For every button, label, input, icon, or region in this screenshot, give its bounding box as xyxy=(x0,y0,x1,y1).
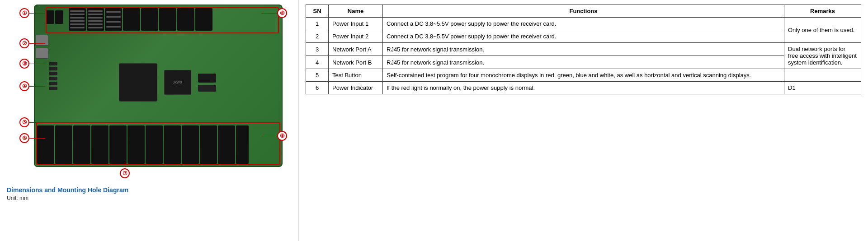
header-remarks: Remarks xyxy=(784,5,861,18)
header-functions: Functions xyxy=(383,5,784,18)
label-8-top: ⑧ xyxy=(261,8,287,18)
cell-name: Power Indicator xyxy=(329,82,383,94)
board-diagram: JXWS xyxy=(7,5,287,181)
label-1: ① xyxy=(19,8,45,18)
table-row: 4Network Port BRJ45 for network signal t… xyxy=(306,56,861,69)
cell-remarks: Only one of them is used. xyxy=(784,18,861,43)
cell-remarks xyxy=(784,69,861,82)
cell-remarks: D1 xyxy=(784,82,861,94)
cell-sn: 4 xyxy=(306,56,329,69)
table-row: 1Power Input 1Connect a DC 3.8~5.5V powe… xyxy=(306,18,861,30)
cell-functions: RJ45 for network signal transmission. xyxy=(383,43,784,56)
label-4: ④ xyxy=(19,81,45,91)
right-panel: SN Name Functions Remarks 1Power Input 1… xyxy=(298,0,868,241)
cell-sn: 1 xyxy=(306,18,329,30)
label-5: ⑤ xyxy=(19,117,45,127)
label-6: ⑥ xyxy=(19,133,45,143)
specifications-table: SN Name Functions Remarks 1Power Input 1… xyxy=(306,5,861,94)
header-name: Name xyxy=(329,5,383,18)
cell-functions: If the red light is normally on, the pow… xyxy=(383,82,784,94)
dimensions-unit: Unit: mm xyxy=(7,195,292,201)
label-2: ② xyxy=(19,38,45,48)
table-row: 5Test ButtonSelf-contained test program … xyxy=(306,69,861,82)
dimensions-section: Dimensions and Mounting Hole Diagram Uni… xyxy=(7,186,292,201)
cell-sn: 3 xyxy=(306,43,329,56)
cell-functions: RJ45 for network signal transmission. xyxy=(383,56,784,69)
table-row: 2Power Input 2Connect a DC 3.8~5.5V powe… xyxy=(306,30,861,43)
cell-functions: Self-contained test program for four mon… xyxy=(383,69,784,82)
table-header-row: SN Name Functions Remarks xyxy=(306,5,861,18)
cell-name: Test Button xyxy=(329,69,383,82)
cell-name: Network Port A xyxy=(329,43,383,56)
cell-name: Power Input 1 xyxy=(329,18,383,30)
label-8-bottom: ⑧ xyxy=(261,131,287,141)
cell-functions: Connect a DC 3.8~5.5V power supply to po… xyxy=(383,30,784,43)
label-3: ③ xyxy=(19,59,45,69)
left-panel: JXWS xyxy=(0,0,298,241)
header-sn: SN xyxy=(306,5,329,18)
cell-sn: 2 xyxy=(306,30,329,43)
cell-name: Network Port B xyxy=(329,56,383,69)
table-row: 6Power IndicatorIf the red light is norm… xyxy=(306,82,861,94)
cell-remarks: Dual network ports for free access with … xyxy=(784,43,861,69)
dimensions-title: Dimensions and Mounting Hole Diagram xyxy=(7,186,292,194)
table-row: 3Network Port ARJ45 for network signal t… xyxy=(306,43,861,56)
cell-sn: 5 xyxy=(306,69,329,82)
cell-sn: 6 xyxy=(306,82,329,94)
cell-name: Power Input 2 xyxy=(329,30,383,43)
label-7: ⑦ xyxy=(120,162,130,178)
cell-functions: Connect a DC 3.8~5.5V power supply to po… xyxy=(383,18,784,30)
pcb-board: JXWS xyxy=(34,5,283,167)
